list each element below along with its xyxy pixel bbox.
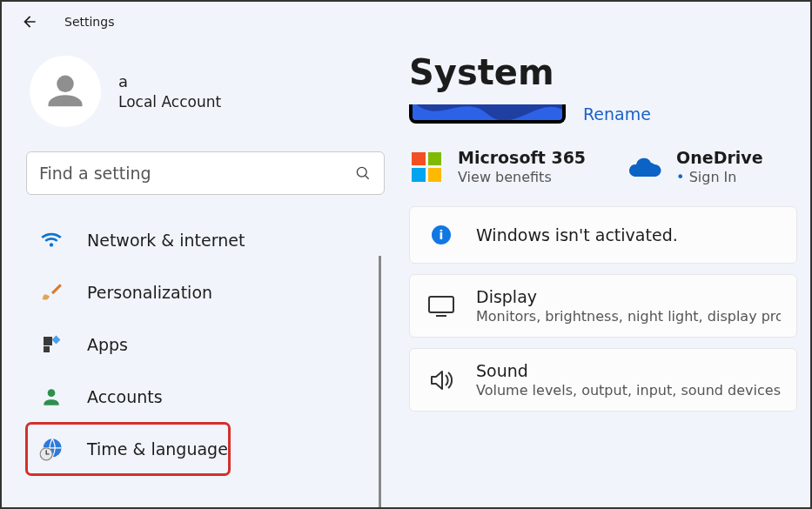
tile-microsoft365[interactable]: Microsoft 365 View benefits — [409, 148, 586, 185]
svg-rect-5 — [44, 346, 50, 352]
app-header: Settings — [2, 2, 810, 42]
sidebar-item-label: Time & language — [87, 439, 228, 459]
profile-block[interactable]: a Local Account — [30, 56, 385, 127]
device-thumbnail — [409, 104, 566, 124]
svg-point-1 — [357, 167, 366, 177]
sidebar-item-label: Personalization — [87, 283, 212, 302]
sidebar-item-network[interactable]: Network & internet — [26, 214, 381, 266]
arrow-left-icon — [21, 13, 38, 30]
person-icon — [43, 69, 88, 114]
rename-link[interactable]: Rename — [583, 104, 651, 124]
card-title: Sound — [476, 361, 781, 380]
avatar — [30, 56, 101, 127]
card-sub: Monitors, brightness, night light, displ… — [476, 308, 781, 325]
nav-list: Network & internet Personalization Apps — [26, 214, 385, 475]
display-icon — [426, 291, 457, 322]
svg-rect-4 — [52, 336, 61, 345]
sidebar-item-label: Accounts — [87, 387, 163, 406]
tile-sub: View benefits — [458, 169, 586, 185]
sound-icon — [426, 365, 457, 396]
brush-icon — [38, 279, 64, 305]
sidebar-item-personalization[interactable]: Personalization — [26, 266, 381, 318]
sidebar-item-label: Network & internet — [87, 231, 245, 250]
app-title: Settings — [64, 15, 114, 29]
back-button[interactable] — [16, 8, 44, 36]
sidebar-item-label: Apps — [87, 335, 128, 354]
card-display[interactable]: Display Monitors, brightness, night ligh… — [409, 274, 797, 338]
tile-title: OneDrive — [676, 148, 763, 167]
sidebar-item-apps[interactable]: Apps — [26, 318, 381, 371]
sidebar-item-accounts[interactable]: Accounts — [26, 371, 381, 423]
svg-point-6 — [48, 389, 56, 397]
profile-sub: Local Account — [118, 93, 221, 111]
search-input[interactable] — [39, 164, 354, 183]
sidebar-item-time-language[interactable]: Time & language — [26, 423, 230, 475]
tile-title: Microsoft 365 — [458, 148, 586, 167]
account-icon — [38, 384, 64, 410]
svg-rect-9 — [429, 297, 453, 312]
sidebar: a Local Account Network & internet — [2, 42, 385, 507]
activation-text: Windows isn't activated. — [476, 225, 678, 244]
tile-sub: Sign In — [676, 169, 763, 185]
card-sub: Volume levels, output, input, sound devi… — [476, 382, 781, 398]
svg-line-2 — [366, 176, 369, 179]
info-icon: i — [426, 219, 457, 251]
page-title: System — [409, 52, 810, 92]
tile-onedrive[interactable]: OneDrive Sign In — [627, 148, 763, 185]
card-sound[interactable]: Sound Volume levels, output, input, soun… — [409, 348, 797, 412]
main-panel: System Rename Microsoft 365 View benefit… — [385, 42, 810, 507]
wifi-icon — [38, 227, 64, 253]
card-title: Display — [476, 287, 781, 306]
profile-name: a — [118, 72, 221, 90]
search-icon — [354, 164, 372, 182]
apps-icon — [38, 332, 64, 358]
scrollbar[interactable] — [379, 256, 381, 507]
microsoft-logo-icon — [409, 150, 444, 184]
globe-clock-icon — [38, 436, 64, 462]
activation-card[interactable]: i Windows isn't activated. — [409, 206, 797, 264]
svg-rect-3 — [44, 337, 52, 345]
onedrive-icon — [627, 150, 662, 184]
svg-point-0 — [57, 76, 74, 93]
search-box[interactable] — [26, 151, 385, 195]
